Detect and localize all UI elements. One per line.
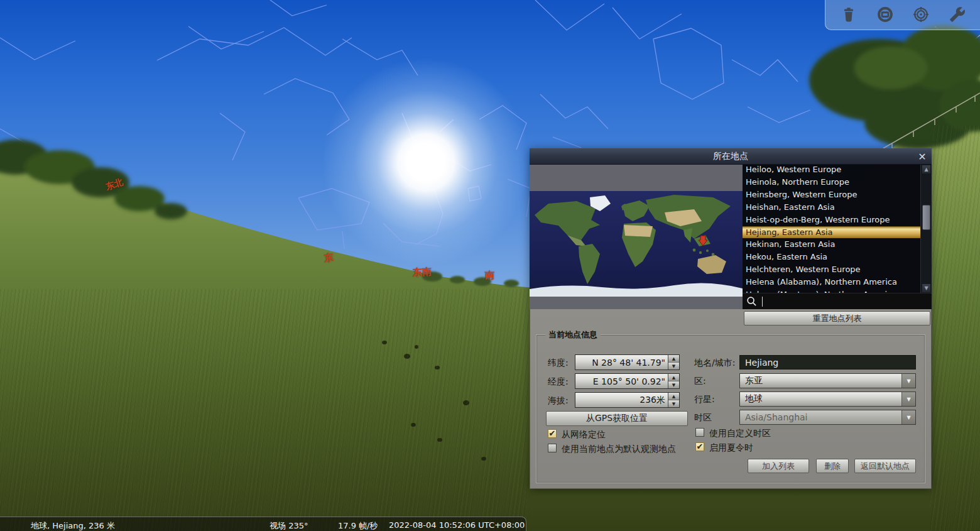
reset-list-button[interactable]: 重置地点列表 [744,311,930,326]
world-map-image [530,191,743,297]
list-item-selected[interactable]: Hejiang, Eastern Asia [743,226,920,238]
longitude-spin-buttons: ▲ ▼ [668,374,679,388]
dst-label[interactable]: 启用夏令时 [709,442,753,454]
stellarium-window: 东北 东 东南 南 [0,0,980,531]
longitude-label: 经度: [548,376,569,388]
spin-down-icon[interactable]: ▼ [668,362,679,370]
network-locate-label[interactable]: 从网络定位 [562,429,606,441]
chevron-down-icon[interactable]: ▼ [901,374,915,388]
altitude-label: 海拔: [548,395,569,407]
spin-up-icon[interactable]: ▲ [668,393,679,400]
return-default-button[interactable]: 返回默认地点 [854,459,916,473]
status-fps: 17.9 帧/秒 [338,520,378,531]
spin-up-icon[interactable]: ▲ [668,355,679,362]
city-label: 地名/城市: [694,358,735,369]
city-input[interactable]: Hejiang [739,355,916,370]
list-item[interactable]: Heiloo, Western Europe [743,165,920,176]
location-dialog: 所在地点 ✕ [530,148,932,489]
list-item[interactable]: Hekou, Eastern Asia [743,251,920,263]
altitude-value: 236米 [640,395,665,406]
timezone-value: Asia/Shanghai [745,412,808,422]
list-item[interactable]: Hekinan, Eastern Asia [743,238,920,251]
status-fov: 视场 235° [270,520,308,531]
dialog-lower-area: 重置地点列表 当前地点信息 纬度: N 28° 48' 41.79" ▲ ▼ 经… [530,309,932,489]
list-item[interactable]: Heist-op-den-Berg, Western Europe [743,214,920,226]
region-label: 区: [694,376,706,387]
delete-button[interactable]: 删除 [816,459,849,473]
location-list: Heiloo, Western Europe Heinola, Northern… [743,165,920,293]
planet-value: 地球 [745,393,763,405]
list-item[interactable]: Heinola, Northern Europe [743,176,920,189]
groupbox-title: 当前地点信息 [545,329,601,341]
planet-label: 行星: [694,394,715,405]
status-datetime: 2022-08-04 10:52:06 UTC+08:00 [389,520,525,530]
chevron-down-icon[interactable]: ▼ [901,410,915,424]
region-dropdown[interactable]: 东亚 ▼ [739,373,916,388]
close-icon[interactable]: ✕ [916,150,928,163]
altitude-spin-buttons: ▲ ▼ [668,393,679,407]
dialog-titlebar[interactable]: 所在地点 ✕ [530,148,932,165]
network-locate-checkbox[interactable]: ✔ [548,429,557,438]
timezone-label: 时区 [694,412,712,424]
default-location-checkbox[interactable]: ✔ [548,444,557,452]
longitude-spinbox[interactable]: E 105° 50' 0.92" ▲ ▼ [575,373,680,389]
scrollbar-thumb[interactable] [922,205,930,230]
gps-button[interactable]: 从GPS获取位置 [546,411,688,426]
list-scrollbar[interactable]: ▲ ▼ [920,165,932,293]
spin-down-icon[interactable]: ▼ [668,381,679,388]
trash-icon[interactable] [838,4,859,25]
add-to-list-button[interactable]: 加入列表 [748,459,809,473]
screen-icon[interactable] [874,4,896,25]
custom-timezone-label[interactable]: 使用自定义时区 [709,428,771,439]
spin-down-icon[interactable]: ▼ [668,400,679,407]
text-caret [762,297,763,307]
default-location-label[interactable]: 使用当前地点为默认观测地点 [562,444,676,455]
list-item[interactable]: Helchteren, Western Europe [743,263,920,276]
altitude-spinbox[interactable]: 236米 ▲ ▼ [575,392,680,408]
latitude-value: N 28° 48' 41.79" [592,358,665,368]
dst-checkbox[interactable]: ✔ [695,442,704,451]
list-item[interactable]: Heinsberg, Western Europe [743,189,920,201]
scroll-down-icon[interactable]: ▼ [922,284,930,292]
region-value: 东亚 [745,375,763,386]
list-item[interactable]: Helena (Montana), Northern America [743,288,920,293]
custom-timezone-checkbox[interactable]: ✔ [695,428,704,437]
target-icon[interactable] [910,4,932,25]
spin-up-icon[interactable]: ▲ [668,374,679,381]
status-location: 地球, Hejiang, 236 米 [31,520,115,531]
city-value: Hejiang [745,358,778,368]
latitude-spin-buttons: ▲ ▼ [668,355,679,370]
timezone-dropdown[interactable]: Asia/Shanghai ▼ [739,410,916,425]
planet-dropdown[interactable]: 地球 ▼ [739,391,916,407]
status-bar: 地球, Hejiang, 236 米 视场 235° 17.9 帧/秒 2022… [0,517,526,531]
latitude-label: 纬度: [548,358,569,369]
dialog-title: 所在地点 [713,151,748,162]
dialog-upper-area: Heiloo, Western Europe Heinola, Northern… [530,165,932,309]
location-marker-icon [697,235,709,246]
longitude-value: E 105° 50' 0.92" [593,376,665,386]
location-search-input[interactable] [743,293,932,309]
latitude-spinbox[interactable]: N 28° 48' 41.79" ▲ ▼ [575,354,680,370]
wrench-icon[interactable] [947,4,968,25]
list-item[interactable]: Helena (Alabama), Northern America [743,276,920,288]
list-item[interactable]: Heishan, Eastern Asia [743,201,920,214]
top-toolbar [825,0,980,30]
chevron-down-icon[interactable]: ▼ [901,392,915,406]
scroll-up-icon[interactable]: ▲ [922,165,930,173]
current-location-groupbox: 当前地点信息 纬度: N 28° 48' 41.79" ▲ ▼ 经度: E 10… [536,334,925,483]
world-map[interactable] [530,165,743,309]
search-icon [746,296,757,307]
